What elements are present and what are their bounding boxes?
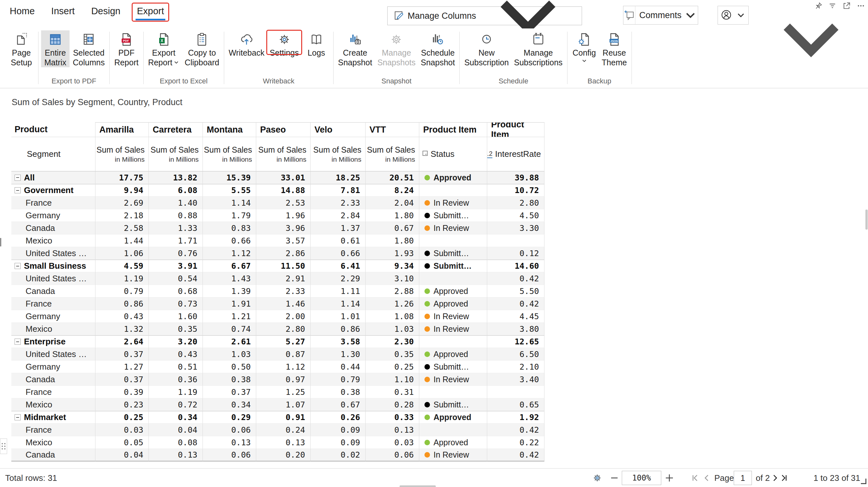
column-header-amarilla-1[interactable]: Amarilla	[95, 122, 149, 137]
row-label-mexico[interactable]: Mexico	[11, 398, 95, 411]
value-cell[interactable]: 15.39	[203, 171, 256, 184]
status-cell[interactable]: Approved	[419, 171, 487, 184]
status-cell[interactable]: In Review	[419, 323, 487, 335]
row-label-canada[interactable]: Canada	[11, 222, 95, 234]
account-button[interactable]	[718, 6, 749, 25]
last-page-button[interactable]	[780, 474, 789, 483]
value-cell[interactable]: 11.50	[256, 260, 311, 272]
value-cell[interactable]: 0.73	[149, 297, 203, 310]
page-number-input[interactable]	[734, 471, 752, 485]
status-cell[interactable]: Approved	[419, 297, 487, 310]
value-cell[interactable]: 20.51	[366, 171, 419, 184]
value-cell[interactable]: 8.24	[366, 184, 419, 197]
value-cell[interactable]: 9.94	[95, 184, 149, 197]
row-label-germany[interactable]: Germany	[11, 310, 95, 323]
collapse-icon[interactable]	[14, 414, 21, 420]
writeback-button[interactable]: Writeback	[227, 30, 267, 58]
collapse-ribbon-icon[interactable]	[763, 0, 860, 87]
column-header-montana-3[interactable]: Montana	[203, 122, 256, 137]
value-cell[interactable]: 6.08	[149, 184, 203, 197]
value-cell[interactable]: 0.03	[366, 436, 419, 449]
row-label-france[interactable]: France	[11, 297, 95, 310]
row-subheader-segment[interactable]: Segment	[11, 137, 95, 171]
reuse-theme-button[interactable]: JSONReuseTheme	[600, 30, 629, 67]
status-cell[interactable]: In Review	[419, 222, 487, 234]
value-cell[interactable]: 1.14	[311, 297, 366, 310]
value-cell[interactable]: 0.26	[311, 411, 366, 424]
value-cell[interactable]: 1.19	[149, 386, 203, 398]
value-cell[interactable]: 5.55	[203, 184, 256, 197]
export-report-button[interactable]: XExportReport	[146, 30, 182, 67]
value-cell[interactable]: 1.37	[311, 222, 366, 234]
previous-page-button[interactable]	[702, 474, 711, 483]
value-cell[interactable]: 14.88	[256, 184, 311, 197]
row-label-united-states[interactable]: United States …	[11, 247, 95, 260]
value-cell[interactable]: 0.05	[95, 436, 149, 449]
row-label-mexico[interactable]: Mexico	[11, 436, 95, 449]
value-cell[interactable]: 0.76	[149, 247, 203, 260]
value-cell[interactable]: 3.10	[366, 272, 419, 285]
column-header-product-0[interactable]: Product	[11, 122, 95, 137]
column-header-product-item-8[interactable]: Product Item	[487, 122, 545, 137]
value-cell[interactable]: 1.71	[149, 234, 203, 247]
value-cell[interactable]: 3.96	[256, 222, 311, 234]
first-page-button[interactable]	[690, 474, 700, 483]
create-snapshot-button[interactable]: CreateSnapshot	[336, 30, 374, 67]
value-cell[interactable]: 1.44	[95, 234, 149, 247]
value-cell[interactable]: 0.86	[311, 323, 366, 335]
value-cell[interactable]: 2.33	[256, 285, 311, 297]
status-cell[interactable]: In Review	[419, 310, 487, 323]
interest-rate-cell[interactable]: 0.42	[487, 272, 545, 285]
value-cell[interactable]: 1.03	[366, 323, 419, 335]
value-cell[interactable]: 0.25	[95, 411, 149, 424]
status-cell[interactable]: Approved	[419, 285, 487, 297]
value-cell[interactable]: 1.10	[366, 373, 419, 386]
value-cell[interactable]: 1.21	[203, 310, 256, 323]
value-cell[interactable]: 0.72	[149, 398, 203, 411]
value-cell[interactable]: 3.20	[149, 335, 203, 348]
value-cell[interactable]: 0.06	[203, 449, 256, 461]
value-cell[interactable]: 0.83	[203, 222, 256, 234]
value-cell[interactable]: 0.31	[366, 386, 419, 398]
value-cell[interactable]: 3.58	[311, 335, 366, 348]
column-header-carretera-2[interactable]: Carretera	[149, 122, 203, 137]
interest-rate-subheader[interactable]: 1.2InterestRate	[487, 137, 545, 171]
value-cell[interactable]: 0.43	[95, 310, 149, 323]
interest-rate-cell[interactable]: 10.72	[487, 184, 545, 197]
row-label-small-business[interactable]: Small Business	[11, 260, 95, 272]
value-cell[interactable]: 0.67	[366, 222, 419, 234]
value-cell[interactable]: 0.29	[203, 411, 256, 424]
row-label-midmarket[interactable]: Midmarket	[11, 411, 95, 424]
selected-columns-button[interactable]: SelectedColumns	[71, 30, 107, 67]
zoom-level-field[interactable]: 100%	[622, 471, 661, 485]
row-label-mexico[interactable]: Mexico	[11, 323, 95, 335]
manage-columns-button[interactable]: Manage Columns	[387, 6, 582, 25]
value-cell[interactable]: 0.44	[311, 361, 366, 373]
row-label-germany[interactable]: Germany	[11, 361, 95, 373]
value-cell[interactable]: 0.02	[311, 449, 366, 461]
value-cell[interactable]: 1.60	[149, 310, 203, 323]
interest-rate-cell[interactable]: 14.60	[487, 260, 545, 272]
row-label-france[interactable]: France	[11, 386, 95, 398]
next-page-button[interactable]	[771, 474, 780, 483]
measure-subheader[interactable]: Sum of Salesin Millions	[366, 137, 419, 171]
column-header-velo-5[interactable]: Velo	[311, 122, 366, 137]
table-settings-gear-icon[interactable]	[591, 472, 603, 484]
status-cell[interactable]: Submitt…	[419, 247, 487, 260]
value-cell[interactable]: 6.67	[203, 260, 256, 272]
value-cell[interactable]: 0.68	[149, 285, 203, 297]
interest-rate-cell[interactable]	[487, 386, 545, 398]
value-cell[interactable]: 0.54	[149, 272, 203, 285]
row-label-canada[interactable]: Canada	[11, 373, 95, 386]
status-cell[interactable]: In Review	[419, 449, 487, 461]
value-cell[interactable]: 0.38	[203, 373, 256, 386]
status-cell[interactable]	[419, 234, 487, 247]
status-cell[interactable]: Approved	[419, 436, 487, 449]
status-cell[interactable]	[419, 335, 487, 348]
value-cell[interactable]: 0.38	[311, 386, 366, 398]
value-cell[interactable]: 2.69	[95, 197, 149, 209]
manage-subscriptions-button[interactable]: ManageSubscriptions	[512, 30, 564, 67]
interest-rate-cell[interactable]: 0.22	[487, 436, 545, 449]
interest-rate-cell[interactable]	[487, 234, 545, 247]
copy-to-clipboard-button[interactable]: Copy toClipboard	[183, 30, 221, 67]
